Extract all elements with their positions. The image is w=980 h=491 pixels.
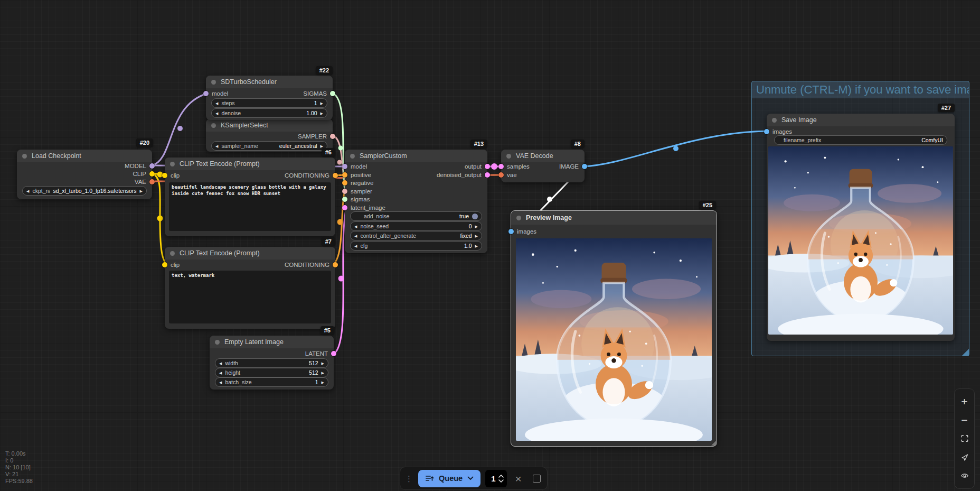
decrement-arrow-icon[interactable]: ◀ bbox=[215, 112, 218, 115]
output-slot-conditioning[interactable]: CONDITIONING bbox=[285, 171, 338, 179]
node-titlebar[interactable]: Empty Latent Image bbox=[210, 336, 334, 348]
output-slot-output[interactable]: output bbox=[465, 162, 490, 170]
decrement-arrow-icon[interactable]: ◀ bbox=[354, 234, 357, 238]
node-vae-decode[interactable]: VAE Decode samples vae IMAGE bbox=[501, 150, 585, 182]
increment-arrow-icon[interactable]: ▶ bbox=[322, 381, 324, 384]
increment-arrow-icon[interactable]: ▶ bbox=[475, 244, 478, 248]
input-slot-images[interactable]: images bbox=[508, 227, 536, 235]
slot-dot[interactable] bbox=[333, 262, 338, 267]
widget-sampler-name[interactable]: ◀ sampler_name euler_ancestral ▶ bbox=[211, 141, 327, 151]
output-slot-denoised-output[interactable]: denoised_output bbox=[437, 171, 490, 179]
decrement-arrow-icon[interactable]: ◀ bbox=[354, 244, 357, 248]
toggle-link-visibility-button[interactable] bbox=[958, 469, 972, 483]
input-slot-negative[interactable]: negative bbox=[342, 179, 373, 187]
widget-noise-seed[interactable]: ◀ noise_seed 0 ▶ bbox=[350, 221, 482, 231]
increment-arrow-icon[interactable]: ▶ bbox=[140, 189, 143, 193]
stop-button[interactable] bbox=[530, 470, 544, 486]
node-titlebar[interactable]: SamplerCustom bbox=[345, 150, 487, 162]
node-save-image[interactable]: Save Image images filename_prefix ComfyU… bbox=[767, 114, 955, 341]
queue-button[interactable]: Queue bbox=[418, 470, 480, 487]
widget-filename-prefix[interactable]: filename_prefix ComfyUI bbox=[774, 135, 947, 145]
node-ksampler-select[interactable]: KSamplerSelect SAMPLER ◀ sampler_name eu… bbox=[206, 119, 333, 152]
widget-add-noise[interactable]: add_noise true bbox=[350, 211, 482, 221]
increment-arrow-icon[interactable]: ▶ bbox=[475, 225, 478, 228]
node-titlebar[interactable]: SDTurboScheduler bbox=[206, 76, 333, 88]
widget-steps[interactable]: ◀ steps 1 ▶ bbox=[211, 98, 327, 108]
slot-dot[interactable] bbox=[149, 179, 155, 184]
slot-dot[interactable] bbox=[342, 197, 347, 202]
input-slot-latent-image[interactable]: latent_image bbox=[342, 203, 385, 211]
increment-arrow-icon[interactable]: ▶ bbox=[321, 101, 323, 105]
clear-queue-button[interactable]: × bbox=[512, 470, 524, 486]
slot-dot[interactable] bbox=[203, 91, 209, 96]
fit-view-button[interactable] bbox=[958, 432, 972, 446]
zoom-out-button[interactable]: − bbox=[958, 413, 972, 427]
input-slot-sigmas[interactable]: sigmas bbox=[342, 195, 370, 203]
prompt-textarea[interactable]: beautiful landscape scenery glass bottle… bbox=[169, 182, 331, 231]
spinner-up-icon[interactable] bbox=[498, 475, 504, 478]
widget-batch-size[interactable]: ◀ batch_size 1 ▶ bbox=[215, 377, 328, 387]
slot-dot[interactable] bbox=[485, 172, 490, 178]
input-slot-vae[interactable]: vae bbox=[498, 171, 517, 179]
node-titlebar[interactable]: Load Checkpoint bbox=[17, 150, 152, 162]
decrement-arrow-icon[interactable]: ◀ bbox=[215, 101, 218, 105]
slot-dot[interactable] bbox=[508, 229, 514, 234]
increment-arrow-icon[interactable]: ▶ bbox=[322, 371, 324, 375]
zoom-in-button[interactable]: + bbox=[958, 395, 972, 409]
input-slot-clip[interactable]: clip bbox=[162, 261, 180, 268]
decrement-arrow-icon[interactable]: ◀ bbox=[219, 371, 222, 375]
node-preview-image[interactable]: Preview Image images bbox=[511, 210, 717, 447]
input-slot-model[interactable]: model bbox=[342, 162, 367, 170]
slot-dot[interactable] bbox=[582, 164, 587, 169]
slot-dot[interactable] bbox=[149, 163, 155, 169]
node-empty-latent-image[interactable]: Empty Latent Image LATENT ◀ width 512 ▶ … bbox=[210, 336, 334, 390]
output-slot-image[interactable]: IMAGE bbox=[559, 162, 587, 170]
increment-arrow-icon[interactable]: ▶ bbox=[321, 144, 323, 148]
node-titlebar[interactable]: CLIP Text Encode (Prompt) bbox=[165, 247, 335, 260]
widget-ckpt-name[interactable]: ◀ ckpt_name sd_xl_turbo_1.0_fp16.safeten… bbox=[22, 186, 147, 196]
slot-dot[interactable] bbox=[498, 164, 504, 169]
slot-dot[interactable] bbox=[162, 173, 167, 178]
slot-dot[interactable] bbox=[331, 351, 336, 356]
decrement-arrow-icon[interactable]: ◀ bbox=[219, 381, 222, 384]
increment-arrow-icon[interactable]: ▶ bbox=[321, 112, 323, 115]
slot-dot[interactable] bbox=[342, 205, 347, 210]
node-load-checkpoint[interactable]: Load Checkpoint MODEL CLIP VAE ◀ ckpt_na… bbox=[17, 150, 152, 199]
node-sdturbo-scheduler[interactable]: SDTurboScheduler model SIGMAS ◀ steps 1 … bbox=[206, 76, 333, 120]
slot-dot[interactable] bbox=[162, 262, 167, 267]
slot-dot[interactable] bbox=[330, 134, 335, 139]
prompt-textarea[interactable]: text, watermark bbox=[169, 271, 331, 323]
output-slot-vae[interactable]: VAE bbox=[135, 178, 155, 186]
wire-model-to-scheduler[interactable] bbox=[152, 94, 207, 165]
node-clip-text-encode-positive[interactable]: CLIP Text Encode (Prompt) clip CONDITION… bbox=[165, 158, 335, 236]
slot-dot[interactable] bbox=[342, 172, 347, 178]
input-slot-samples[interactable]: samples bbox=[498, 162, 530, 170]
widget-denoise[interactable]: ◀ denoise 1.00 ▶ bbox=[211, 108, 327, 118]
output-slot-conditioning[interactable]: CONDITIONING bbox=[285, 261, 338, 268]
wire-image-to-save[interactable] bbox=[583, 131, 769, 166]
widget-control-after-generate[interactable]: ◀ control_after_generate fixed ▶ bbox=[350, 231, 482, 240]
node-titlebar[interactable]: KSamplerSelect bbox=[206, 119, 333, 132]
output-slot-sampler[interactable]: SAMPLER bbox=[298, 132, 335, 140]
increment-arrow-icon[interactable]: ▶ bbox=[322, 362, 324, 365]
spinner-down-icon[interactable] bbox=[498, 479, 504, 483]
input-slot-model[interactable]: model bbox=[203, 89, 228, 97]
input-slot-sampler[interactable]: sampler bbox=[342, 187, 372, 195]
node-titlebar[interactable]: CLIP Text Encode (Prompt) bbox=[165, 158, 335, 170]
decrement-arrow-icon[interactable]: ◀ bbox=[354, 225, 357, 228]
decrement-arrow-icon[interactable]: ◀ bbox=[26, 189, 29, 193]
output-slot-model[interactable]: MODEL bbox=[125, 162, 155, 170]
decrement-arrow-icon[interactable]: ◀ bbox=[219, 362, 222, 365]
node-sampler-custom[interactable]: SamplerCustom model positive negative sa… bbox=[345, 150, 487, 253]
select-mode-button[interactable] bbox=[958, 450, 972, 464]
group-title[interactable]: Unmute (CTRL-M) if you want to save imag… bbox=[752, 81, 969, 98]
output-slot-latent[interactable]: LATENT bbox=[305, 349, 336, 357]
input-slot-clip[interactable]: clip bbox=[162, 171, 180, 179]
decrement-arrow-icon[interactable]: ◀ bbox=[215, 144, 218, 148]
group-resize-handle[interactable] bbox=[962, 349, 969, 356]
slot-dot[interactable] bbox=[342, 164, 347, 169]
slot-dot[interactable] bbox=[342, 189, 347, 194]
node-graph-canvas[interactable]: Unmute (CTRL-M) if you want to save imag… bbox=[0, 0, 980, 491]
node-titlebar[interactable]: Preview Image bbox=[511, 211, 717, 225]
widget-cfg[interactable]: ◀ cfg 1.0 ▶ bbox=[350, 241, 482, 251]
